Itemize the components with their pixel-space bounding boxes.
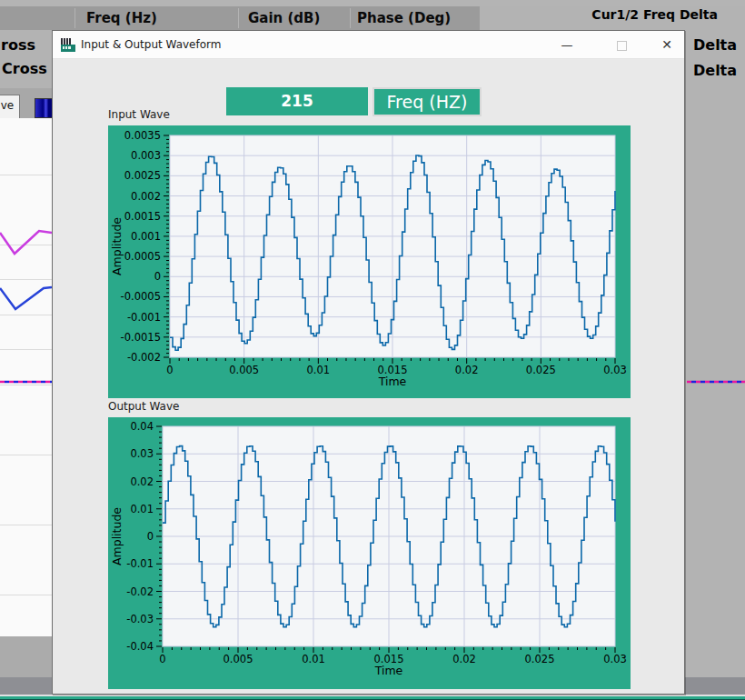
- minimize-icon: —: [561, 38, 573, 52]
- svg-text:0.005: 0.005: [224, 653, 253, 665]
- svg-text:0.03: 0.03: [603, 364, 627, 376]
- svg-text:0.003: 0.003: [131, 149, 161, 162]
- input-wave-graph: 00.0050.010.0150.020.0250.030.00350.0030…: [108, 125, 631, 398]
- title-bar[interactable]: Input & Output Waveform — ✕: [53, 31, 684, 59]
- row-label-delta-2: Delta: [693, 62, 737, 79]
- svg-text:0.025: 0.025: [526, 364, 556, 376]
- svg-text:0.02: 0.02: [452, 653, 476, 665]
- background-bottom-gray-block: [0, 636, 52, 678]
- frequency-unit-label: Freq (HZ): [372, 87, 482, 116]
- svg-text:-0.001: -0.001: [127, 311, 161, 324]
- svg-text:0.03: 0.03: [603, 653, 627, 665]
- svg-text:-0.01: -0.01: [126, 557, 154, 570]
- svg-text:0.0025: 0.0025: [124, 169, 161, 182]
- maximize-icon: [617, 41, 627, 51]
- svg-text:0.03: 0.03: [130, 447, 154, 460]
- header-separator: [350, 8, 351, 28]
- input-wave-title: Input Wave: [108, 108, 170, 121]
- svg-text:0.02: 0.02: [455, 364, 479, 376]
- close-button[interactable]: ✕: [653, 31, 680, 59]
- svg-text:0.0015: 0.0015: [124, 210, 161, 223]
- svg-text:-0.0015: -0.0015: [121, 331, 161, 344]
- output-wave-plot: 00.0050.010.0150.020.0250.030.040.030.02…: [108, 417, 631, 689]
- input-wave-plot: 00.0050.010.0150.020.0250.030.00350.0030…: [108, 125, 631, 398]
- svg-text:0.025: 0.025: [525, 653, 555, 665]
- svg-text:-0.02: -0.02: [126, 585, 154, 598]
- svg-text:0.005: 0.005: [229, 364, 259, 376]
- svg-text:0: 0: [154, 270, 161, 283]
- background-bottom-teal-bar: [0, 696, 745, 700]
- svg-text:-0.002: -0.002: [127, 351, 161, 364]
- row-label-cross-1: ross: [1, 36, 35, 54]
- background-dash-line-right: [687, 380, 745, 384]
- svg-text:0.0035: 0.0035: [124, 129, 161, 142]
- svg-text:-0.03: -0.03: [126, 613, 154, 625]
- header-col-phase: Phase (Deg): [357, 10, 451, 26]
- svg-text:Time: Time: [378, 375, 407, 388]
- frequency-value-indicator: 215: [226, 87, 368, 115]
- waveform-dialog: Input & Output Waveform — ✕ 215 Freq (HZ…: [52, 30, 685, 695]
- row-label-cross-2: Cross: [2, 60, 47, 77]
- svg-text:0.01: 0.01: [302, 653, 325, 665]
- svg-text:0: 0: [147, 530, 154, 543]
- svg-text:Amplitude: Amplitude: [110, 217, 124, 275]
- header-col-gain: Gain (dB): [248, 10, 320, 26]
- maximize-button[interactable]: [608, 31, 635, 59]
- row-label-delta-1: Delta: [693, 36, 737, 54]
- svg-text:0.04: 0.04: [130, 420, 154, 433]
- output-wave-graph: 00.0050.010.0150.020.0250.030.040.030.02…: [108, 417, 631, 689]
- screen: { "window": { "title": "Input & Output W…: [0, 0, 745, 700]
- header-separator: [74, 8, 75, 28]
- output-wave-title: Output Wave: [108, 400, 179, 413]
- header-separator: [238, 8, 239, 28]
- background-top-strip: [0, 0, 745, 6]
- svg-text:-0.04: -0.04: [126, 640, 154, 653]
- svg-text:0.01: 0.01: [307, 364, 331, 376]
- svg-text:0.0005: 0.0005: [124, 250, 161, 263]
- background-partial-button[interactable]: ve: [0, 95, 20, 119]
- labview-icon: [61, 38, 75, 52]
- svg-text:0: 0: [166, 364, 173, 376]
- svg-text:Amplitude: Amplitude: [110, 507, 124, 565]
- svg-text:-0.0005: -0.0005: [121, 290, 161, 303]
- svg-text:0.02: 0.02: [130, 475, 154, 488]
- svg-text:0: 0: [159, 653, 165, 665]
- background-mini-chart: [0, 118, 52, 636]
- svg-text:0.01: 0.01: [130, 503, 154, 515]
- minimize-button[interactable]: —: [553, 31, 581, 59]
- svg-text:Time: Time: [374, 664, 403, 677]
- header-col-freq: Freq (Hz): [86, 10, 157, 26]
- window-title: Input & Output Waveform: [81, 31, 221, 59]
- svg-text:0.002: 0.002: [131, 190, 161, 203]
- svg-text:0.001: 0.001: [131, 230, 161, 243]
- close-icon: ✕: [661, 37, 672, 52]
- cur-freq-delta-label: Cur1/2 Freq Delta: [591, 7, 718, 22]
